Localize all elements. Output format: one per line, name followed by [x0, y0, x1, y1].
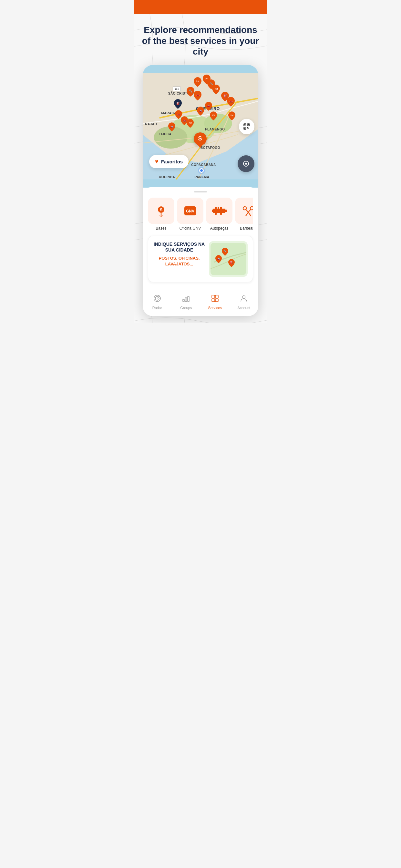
svg-rect-48	[225, 210, 227, 212]
svg-text:🔧: 🔧	[223, 249, 227, 252]
services-row: S Bases GNV Oficina G	[148, 197, 253, 230]
svg-rect-47	[212, 210, 214, 212]
svg-rect-71	[212, 295, 215, 298]
svg-rect-28	[248, 124, 249, 125]
svg-text:🍽: 🍽	[212, 114, 215, 117]
svg-line-58	[246, 212, 248, 216]
svg-text:🍽: 🍽	[214, 87, 217, 90]
svg-rect-73	[212, 299, 215, 302]
promo-title: INDIQUE SERVIÇOS NA SUA CIDADE	[153, 241, 205, 253]
svg-rect-46	[213, 209, 225, 213]
svg-text:🚗: 🚗	[183, 119, 186, 122]
svg-rect-34	[249, 128, 249, 129]
svg-text:🚗: 🚗	[199, 109, 203, 113]
service-item-bases[interactable]: S Bases	[148, 197, 174, 230]
map-pin-1: ✂	[194, 77, 202, 88]
status-bar	[134, 0, 267, 14]
gnv-label: Oficina GNV	[180, 226, 201, 230]
account-nav-label: Account	[237, 306, 250, 310]
svg-point-75	[243, 296, 245, 299]
gnv-icon-box: GNV	[177, 197, 204, 224]
svg-rect-72	[215, 295, 218, 298]
barbearia-icon	[241, 204, 253, 218]
service-item-barbearia[interactable]: Barbearia	[235, 197, 253, 230]
map-label-flamengo: FLAMENGO	[205, 128, 225, 131]
svg-line-59	[248, 212, 251, 216]
map-pin-8: 🚗	[227, 97, 235, 108]
svg-rect-68	[183, 299, 184, 302]
svg-rect-30	[244, 128, 246, 129]
favoritos-button[interactable]: ♥ Favoritos	[149, 155, 189, 168]
promo-text: INDIQUE SERVIÇOS NA SUA CIDADE POSTOS, O…	[153, 241, 209, 277]
map-pin-food2: 🍽	[210, 112, 217, 122]
promo-subtitle: POSTOS, OFICINAS, LAVAJATOS...	[153, 255, 205, 267]
svg-rect-31	[247, 127, 248, 128]
phone-mockup: 101 SÃO CRISTÓVÃO MARACAN RAJAU TIJUCA F…	[143, 65, 258, 316]
map-pin-food3: 🍽	[228, 112, 235, 122]
service-item-gnv[interactable]: GNV Oficina GNV	[177, 197, 204, 230]
map-label-rocinha: ROCINHA	[159, 175, 175, 179]
map-pin-food1: 🍽	[187, 119, 194, 129]
svg-text:101: 101	[175, 88, 179, 90]
svg-rect-35	[248, 128, 249, 128]
svg-point-67	[159, 296, 160, 297]
nav-item-services[interactable]: Services	[201, 293, 229, 311]
svg-text:⛽: ⛽	[176, 101, 180, 105]
map-area: 101 SÃO CRISTÓVÃO MARACAN RAJAU TIJUCA F…	[143, 65, 258, 188]
map-pin-car5: 🚗	[205, 102, 212, 112]
promo-banner[interactable]: INDIQUE SERVIÇOS NA SUA CIDADE POSTOS, O…	[148, 236, 253, 282]
map-label-copacabana: COPACABANA	[191, 163, 216, 166]
nav-item-account[interactable]: Account	[229, 293, 258, 311]
autopecas-icon	[211, 204, 227, 218]
nav-item-radar[interactable]: Radar	[143, 293, 172, 311]
svg-rect-51	[220, 207, 222, 210]
services-nav-label: Services	[208, 306, 222, 310]
hero-title: Explore recommendations of the best serv…	[142, 25, 259, 57]
qr-button[interactable]	[239, 119, 254, 134]
svg-text:🚗: 🚗	[177, 113, 181, 116]
location-icon	[242, 160, 250, 167]
svg-text:🍽: 🍽	[230, 114, 234, 117]
svg-rect-70	[188, 297, 189, 302]
hero-section: Explore recommendations of the best serv…	[134, 14, 267, 322]
svg-line-56	[246, 209, 248, 212]
svg-text:🚗: 🚗	[196, 93, 199, 97]
svg-text:GNV: GNV	[186, 209, 194, 213]
autopecas-label: Autopeças	[210, 226, 228, 230]
sheet-handle	[194, 191, 207, 192]
svg-rect-74	[215, 299, 218, 302]
svg-text:🔧: 🔧	[189, 89, 193, 93]
svg-point-37	[245, 163, 247, 165]
location-button[interactable]	[238, 155, 254, 172]
autopecas-icon-box	[206, 197, 233, 224]
barbearia-label: Barbearia	[240, 226, 253, 230]
services-icon	[211, 294, 219, 305]
svg-text:🚗: 🚗	[217, 257, 220, 260]
bases-label: Bases	[156, 226, 166, 230]
bases-icon-box: S	[148, 197, 174, 224]
map-pin-6: 🍽	[212, 85, 220, 96]
map-label-rajau: RAJAU	[145, 122, 157, 126]
svg-rect-32	[249, 127, 249, 128]
svg-rect-50	[218, 207, 219, 210]
favoritos-label: Favoritos	[161, 159, 183, 164]
groups-icon	[182, 294, 190, 305]
svg-rect-53	[220, 212, 222, 215]
map-pin-fuel: ⛽	[174, 99, 182, 110]
svg-rect-26	[244, 124, 246, 125]
map-label-ipanema: IPANEMA	[194, 175, 210, 179]
svg-rect-33	[247, 128, 248, 129]
radar-nav-label: Radar	[152, 306, 162, 310]
svg-line-57	[248, 209, 251, 212]
radar-icon	[153, 294, 161, 305]
svg-text:S: S	[160, 207, 163, 212]
map-pin-4: 🔧	[187, 87, 194, 98]
svg-text:🚗: 🚗	[170, 125, 174, 128]
map-pin-5: 🚗	[194, 91, 202, 102]
service-item-autopecas[interactable]: Autopeças	[206, 197, 233, 230]
barbearia-icon-box	[235, 197, 253, 224]
svg-text:⛽: ⛽	[230, 260, 233, 264]
svg-text:🍽: 🍽	[189, 121, 192, 124]
nav-item-groups[interactable]: Groups	[172, 293, 201, 311]
promo-map-svg: 🔧 🚗 ⛽	[211, 243, 246, 275]
